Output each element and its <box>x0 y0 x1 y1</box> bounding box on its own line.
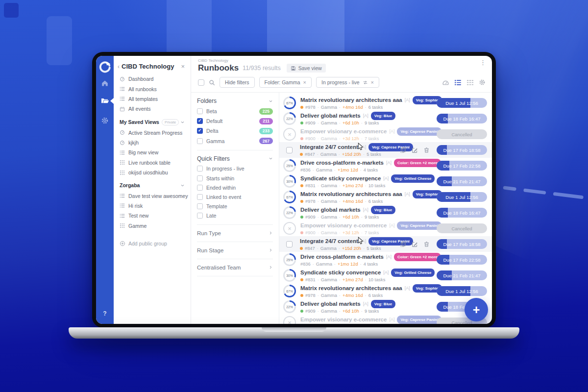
quick-filter-late[interactable]: Late <box>197 211 273 220</box>
delete-icon[interactable] <box>423 241 430 247</box>
runbook-row[interactable]: ×Empower visionary e-commerce[A]Veg: Cap… <box>279 315 492 324</box>
folder-filter-beta[interactable]: Beta225 <box>197 106 273 116</box>
group-header[interactable]: Zorgaba <box>114 177 191 191</box>
runbook-row[interactable]: 25%Drive cross-platform e-markets[A]Colo… <box>279 252 492 268</box>
sidebar-item-live-runbook-table[interactable]: Live runbook table <box>114 158 191 168</box>
row-checkbox[interactable] <box>286 241 293 247</box>
sidebar-item-active-stream-progress[interactable]: Active Stream Progress <box>114 128 191 138</box>
home-icon[interactable] <box>101 79 109 87</box>
hide-filters-button[interactable]: Hide filters <box>220 77 255 88</box>
due-pill[interactable]: Due 21 Feb 21:47 <box>437 270 487 280</box>
saved-views-header[interactable]: My Saved Views Private <box>114 114 191 128</box>
due-pill[interactable]: Cancelled <box>437 223 487 233</box>
due-pill[interactable]: Due 1 Jul 12:56 <box>437 192 487 202</box>
add-public-group-button[interactable]: Add public group <box>114 241 191 246</box>
quick-filter-in-progress-live[interactable]: In progress - live <box>197 164 273 173</box>
folder-filter-gamma[interactable]: Gamma267 <box>197 136 273 146</box>
quick-filter-checkbox[interactable] <box>197 166 203 172</box>
remove-chip-icon[interactable]: × <box>303 80 306 84</box>
settings-gear-icon[interactable] <box>101 117 109 124</box>
runbook-row[interactable]: 22%Deliver global markets[A]Veg: Blue#90… <box>279 299 492 315</box>
filter-section-run-type[interactable]: Run Type <box>197 225 273 242</box>
folder-checkbox[interactable] <box>197 138 203 144</box>
select-all-checkbox[interactable] <box>198 79 204 86</box>
chevron-down-icon[interactable] <box>180 183 185 188</box>
runbook-row[interactable]: 30%Syndicate sticky convergence[A]Veg: G… <box>279 173 492 189</box>
sidebar-item-all-events[interactable]: All events <box>114 104 191 114</box>
table-view-icon[interactable] <box>466 79 474 86</box>
duplicate-icon[interactable] <box>400 147 406 153</box>
runbook-row[interactable]: 67%Matrix revolutionary architectures aa… <box>279 283 492 299</box>
delete-icon[interactable] <box>423 147 430 153</box>
edit-icon[interactable] <box>412 241 418 247</box>
quick-filter-linked-to-event[interactable]: Linked to event <box>197 192 273 201</box>
quick-filters-header[interactable]: Quick Filters <box>197 155 273 162</box>
quick-filter-template[interactable]: Template <box>197 202 273 211</box>
create-runbook-fab[interactable]: + <box>465 298 488 321</box>
due-pill[interactable]: Due 17 Feb 18:58 <box>437 145 487 155</box>
runbook-row[interactable]: 22%Deliver global markets[A]Veg: Blue#90… <box>279 205 492 220</box>
folder-checkbox[interactable] <box>197 108 203 114</box>
sidebar-item-dashboard[interactable]: Dashboard <box>114 74 191 84</box>
quick-filter-checkbox[interactable] <box>197 185 203 191</box>
chevron-down-icon[interactable] <box>180 120 185 124</box>
runbook-row[interactable]: Integrate 24/7 content[A]Veg: Caprese Pa… <box>279 142 492 158</box>
folder-filter-default[interactable]: Default211 <box>197 116 273 126</box>
folder-filter-delta[interactable]: Delta233 <box>197 126 273 136</box>
runbook-row[interactable]: 67%Matrix revolutionary architectures aa… <box>279 189 492 205</box>
runbook-row[interactable]: 67%Matrix revolutionary architectures aa… <box>279 95 492 111</box>
filter-section-centralised-team[interactable]: Centralised Team <box>197 259 273 276</box>
row-checkbox[interactable] <box>286 147 293 153</box>
sidebar-item-kjkjh[interactable]: kjkjh <box>114 138 191 147</box>
remove-chip-icon[interactable]: × <box>371 80 374 84</box>
due-pill[interactable]: Due 1 Jul 12:56 <box>437 286 487 296</box>
due-pill[interactable]: Due 17 Feb 22:58 <box>437 255 487 265</box>
chevron-down-icon[interactable] <box>269 99 273 103</box>
runbook-row[interactable]: 22%Deliver global markets[A]Veg: Blue#90… <box>279 111 492 126</box>
sidebar-item-big-new-view[interactable]: Big new view <box>114 147 191 157</box>
due-pill[interactable]: Due 1 Jul 12:56 <box>437 98 487 108</box>
quick-filter-ended-within[interactable]: Ended within <box>197 183 273 192</box>
due-pill[interactable]: Cancelled <box>437 129 487 139</box>
runbook-row[interactable]: 30%Syndicate sticky convergence[A]Veg: G… <box>279 268 492 283</box>
runbook-row[interactable]: 25%Drive cross-platform e-markets[A]Colo… <box>279 158 492 173</box>
duplicate-icon[interactable] <box>400 241 406 247</box>
runbook-row[interactable]: ×Empower visionary e-commerce[A]Veg: Cap… <box>279 220 492 236</box>
sidebar-item-all-runbooks[interactable]: All runbooks <box>114 84 191 94</box>
runbook-row[interactable]: ×Empower visionary e-commerce[A]Veg: Cap… <box>279 126 492 142</box>
runbook-row[interactable]: Integrate 24/7 content[A]Veg: Caprese Pa… <box>279 236 492 252</box>
filter-chip[interactable]: Folder: Gamma× <box>259 77 312 88</box>
quick-filter-checkbox[interactable] <box>197 203 203 209</box>
folder-checkbox[interactable] <box>197 118 203 124</box>
dashboard-view-icon[interactable] <box>442 79 449 86</box>
due-pill[interactable]: Due 18 Feb 16:47 <box>437 114 487 123</box>
close-icon[interactable]: × <box>181 63 185 70</box>
quick-filter-checkbox[interactable] <box>197 175 203 181</box>
list-view-icon[interactable] <box>454 79 462 86</box>
view-settings-gear-icon[interactable] <box>479 79 486 86</box>
edit-icon[interactable] <box>412 147 418 153</box>
folder-checkbox[interactable] <box>197 128 203 134</box>
back-chevron-icon[interactable]: ‹ <box>118 63 120 70</box>
sidebar-item-all-templates[interactable]: All templates <box>114 94 191 104</box>
sidebar-item-gamme[interactable]: Gamme <box>114 221 191 231</box>
chevron-down-icon[interactable] <box>269 156 273 161</box>
folders-section-header[interactable]: Folders <box>197 98 273 104</box>
sidebar-item-dave-test-view-awesomey[interactable]: Dave test view awesomey <box>114 191 191 200</box>
sidebar-item-hi-risk[interactable]: Hi risk <box>114 201 191 211</box>
due-pill[interactable]: Due 17 Feb 22:58 <box>437 161 487 171</box>
due-pill[interactable]: Due 18 Feb 16:47 <box>437 208 487 218</box>
sidebar-item-test-new[interactable]: Test new <box>114 211 191 220</box>
kebab-menu-icon[interactable]: ⋮ <box>480 60 486 65</box>
filter-section-run-stage[interactable]: Run Stage <box>197 242 273 259</box>
due-pill[interactable]: Due 21 Feb 21:47 <box>437 176 487 186</box>
save-view-button[interactable]: Save view <box>287 64 326 73</box>
quick-filter-checkbox[interactable] <box>197 213 203 219</box>
help-button[interactable]: ? <box>103 310 106 317</box>
sidebar-item-okijsd-uiosdhiubu[interactable]: okijsd uiosdhiubu <box>114 168 191 177</box>
runbooks-folder-icon[interactable] <box>101 97 109 104</box>
quick-filter-starts-within[interactable]: Starts within <box>197 173 273 183</box>
cutover-logo-icon[interactable] <box>98 61 111 74</box>
due-pill[interactable]: Due 17 Feb 18:58 <box>437 239 487 249</box>
filter-chip[interactable]: In progress - live× <box>316 77 379 88</box>
